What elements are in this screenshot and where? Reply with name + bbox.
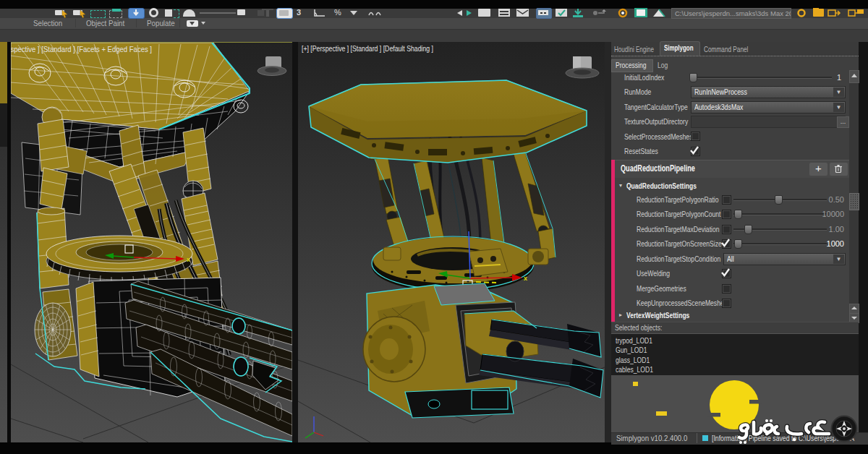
svg-text:[+] [Perspective ] [Standard: [+] [Perspective ] [Standard ] [Default … (302, 44, 433, 53)
svg-text:x: x (524, 275, 527, 282)
svg-text:[Perspective ] [Standard ] [Fa: [Perspective ] [Standard ] [Facets + Edg… (11, 45, 152, 53)
svg-text:x: x (187, 256, 190, 263)
